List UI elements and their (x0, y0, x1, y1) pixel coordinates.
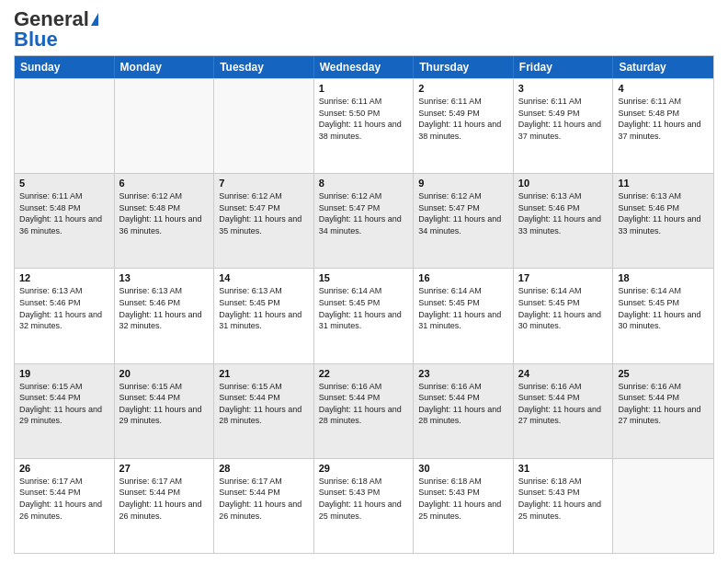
day-number: 26 (19, 463, 109, 474)
calendar-row-2: 12Sunrise: 6:13 AM Sunset: 5:46 PM Dayli… (15, 268, 713, 362)
day-info: Sunrise: 6:13 AM Sunset: 5:46 PM Dayligh… (618, 190, 709, 236)
logo: General Blue (14, 9, 98, 50)
calendar-cell: 29Sunrise: 6:18 AM Sunset: 5:43 PM Dayli… (314, 459, 415, 553)
day-number: 23 (418, 368, 508, 379)
day-info: Sunrise: 6:14 AM Sunset: 5:45 PM Dayligh… (319, 285, 409, 331)
day-info: Sunrise: 6:17 AM Sunset: 5:44 PM Dayligh… (219, 476, 309, 522)
day-info: Sunrise: 6:15 AM Sunset: 5:44 PM Dayligh… (19, 381, 109, 427)
day-number: 4 (618, 83, 709, 94)
day-info: Sunrise: 6:13 AM Sunset: 5:46 PM Dayligh… (518, 190, 609, 236)
calendar-cell: 19Sunrise: 6:15 AM Sunset: 5:44 PM Dayli… (15, 364, 115, 458)
calendar-cell: 10Sunrise: 6:13 AM Sunset: 5:46 PM Dayli… (514, 174, 614, 268)
day-number: 27 (119, 463, 210, 474)
day-number: 15 (319, 272, 409, 283)
calendar-cell: 30Sunrise: 6:18 AM Sunset: 5:43 PM Dayli… (414, 459, 514, 553)
day-number: 24 (518, 368, 609, 379)
day-number: 20 (119, 368, 210, 379)
calendar-cell: 21Sunrise: 6:15 AM Sunset: 5:44 PM Dayli… (214, 364, 314, 458)
calendar-cell (214, 79, 314, 173)
day-number: 29 (319, 463, 409, 474)
header-day-monday: Monday (115, 56, 215, 78)
day-info: Sunrise: 6:12 AM Sunset: 5:47 PM Dayligh… (219, 190, 309, 236)
day-number: 8 (319, 178, 409, 189)
calendar-cell: 2Sunrise: 6:11 AM Sunset: 5:49 PM Daylig… (414, 79, 514, 173)
day-info: Sunrise: 6:17 AM Sunset: 5:44 PM Dayligh… (19, 476, 109, 522)
day-info: Sunrise: 6:16 AM Sunset: 5:44 PM Dayligh… (418, 381, 508, 427)
calendar-cell: 31Sunrise: 6:18 AM Sunset: 5:43 PM Dayli… (514, 459, 614, 553)
day-info: Sunrise: 6:15 AM Sunset: 5:44 PM Dayligh… (219, 381, 309, 427)
day-number: 14 (219, 272, 309, 283)
calendar-cell: 14Sunrise: 6:13 AM Sunset: 5:45 PM Dayli… (214, 269, 314, 362)
day-number: 22 (319, 368, 409, 379)
header-day-wednesday: Wednesday (314, 56, 415, 78)
calendar-cell: 5Sunrise: 6:11 AM Sunset: 5:48 PM Daylig… (15, 174, 115, 268)
calendar-cell: 26Sunrise: 6:17 AM Sunset: 5:44 PM Dayli… (15, 459, 115, 553)
calendar-cell: 27Sunrise: 6:17 AM Sunset: 5:44 PM Dayli… (115, 459, 215, 553)
day-number: 3 (518, 83, 609, 94)
header-day-tuesday: Tuesday (214, 56, 314, 78)
calendar-cell: 4Sunrise: 6:11 AM Sunset: 5:48 PM Daylig… (613, 79, 713, 173)
calendar-cell: 25Sunrise: 6:16 AM Sunset: 5:44 PM Dayli… (613, 364, 713, 458)
calendar-cell: 18Sunrise: 6:14 AM Sunset: 5:45 PM Dayli… (613, 269, 713, 362)
calendar-cell: 8Sunrise: 6:12 AM Sunset: 5:47 PM Daylig… (314, 174, 415, 268)
day-info: Sunrise: 6:15 AM Sunset: 5:44 PM Dayligh… (119, 381, 210, 427)
calendar: SundayMondayTuesdayWednesdayThursdayFrid… (14, 55, 714, 554)
day-number: 5 (19, 178, 109, 189)
day-number: 19 (19, 368, 109, 379)
day-number: 13 (119, 272, 210, 283)
day-info: Sunrise: 6:16 AM Sunset: 5:44 PM Dayligh… (518, 381, 609, 427)
calendar-header: SundayMondayTuesdayWednesdayThursdayFrid… (15, 56, 713, 78)
day-number: 31 (518, 463, 609, 474)
day-number: 2 (418, 83, 508, 94)
calendar-cell: 3Sunrise: 6:11 AM Sunset: 5:49 PM Daylig… (514, 79, 614, 173)
day-info: Sunrise: 6:13 AM Sunset: 5:46 PM Dayligh… (119, 285, 210, 331)
day-info: Sunrise: 6:17 AM Sunset: 5:44 PM Dayligh… (119, 476, 210, 522)
calendar-cell: 12Sunrise: 6:13 AM Sunset: 5:46 PM Dayli… (15, 269, 115, 362)
day-number: 1 (319, 83, 409, 94)
calendar-cell (15, 79, 115, 173)
day-number: 12 (19, 272, 109, 283)
header-day-saturday: Saturday (613, 56, 713, 78)
header: General Blue (14, 9, 714, 50)
calendar-row-4: 26Sunrise: 6:17 AM Sunset: 5:44 PM Dayli… (15, 458, 713, 553)
calendar-body: 1Sunrise: 6:11 AM Sunset: 5:50 PM Daylig… (15, 78, 713, 553)
day-number: 30 (418, 463, 508, 474)
calendar-cell: 1Sunrise: 6:11 AM Sunset: 5:50 PM Daylig… (314, 79, 415, 173)
calendar-cell: 11Sunrise: 6:13 AM Sunset: 5:46 PM Dayli… (613, 174, 713, 268)
logo-general: General (14, 9, 89, 29)
day-number: 21 (219, 368, 309, 379)
day-info: Sunrise: 6:11 AM Sunset: 5:48 PM Dayligh… (618, 96, 709, 142)
day-number: 9 (418, 178, 508, 189)
day-info: Sunrise: 6:18 AM Sunset: 5:43 PM Dayligh… (518, 476, 609, 522)
day-info: Sunrise: 6:13 AM Sunset: 5:45 PM Dayligh… (219, 285, 309, 331)
calendar-row-3: 19Sunrise: 6:15 AM Sunset: 5:44 PM Dayli… (15, 363, 713, 458)
day-info: Sunrise: 6:11 AM Sunset: 5:48 PM Dayligh… (19, 190, 109, 236)
day-info: Sunrise: 6:11 AM Sunset: 5:50 PM Dayligh… (319, 96, 409, 142)
day-number: 28 (219, 463, 309, 474)
day-info: Sunrise: 6:14 AM Sunset: 5:45 PM Dayligh… (518, 285, 609, 331)
calendar-cell: 24Sunrise: 6:16 AM Sunset: 5:44 PM Dayli… (514, 364, 614, 458)
calendar-cell: 13Sunrise: 6:13 AM Sunset: 5:46 PM Dayli… (115, 269, 215, 362)
calendar-cell (613, 459, 713, 553)
day-info: Sunrise: 6:14 AM Sunset: 5:45 PM Dayligh… (418, 285, 508, 331)
day-info: Sunrise: 6:16 AM Sunset: 5:44 PM Dayligh… (618, 381, 709, 427)
day-info: Sunrise: 6:11 AM Sunset: 5:49 PM Dayligh… (518, 96, 609, 142)
day-info: Sunrise: 6:18 AM Sunset: 5:43 PM Dayligh… (319, 476, 409, 522)
header-day-sunday: Sunday (15, 56, 115, 78)
day-info: Sunrise: 6:13 AM Sunset: 5:46 PM Dayligh… (19, 285, 109, 331)
logo-blue: Blue (14, 29, 58, 50)
day-info: Sunrise: 6:12 AM Sunset: 5:47 PM Dayligh… (418, 190, 508, 236)
day-number: 25 (618, 368, 709, 379)
day-info: Sunrise: 6:16 AM Sunset: 5:44 PM Dayligh… (319, 381, 409, 427)
day-info: Sunrise: 6:12 AM Sunset: 5:48 PM Dayligh… (119, 190, 210, 236)
day-info: Sunrise: 6:18 AM Sunset: 5:43 PM Dayligh… (418, 476, 508, 522)
day-info: Sunrise: 6:11 AM Sunset: 5:49 PM Dayligh… (418, 96, 508, 142)
day-number: 18 (618, 272, 709, 283)
calendar-cell: 6Sunrise: 6:12 AM Sunset: 5:48 PM Daylig… (115, 174, 215, 268)
day-number: 10 (518, 178, 609, 189)
calendar-cell: 16Sunrise: 6:14 AM Sunset: 5:45 PM Dayli… (414, 269, 514, 362)
calendar-row-0: 1Sunrise: 6:11 AM Sunset: 5:50 PM Daylig… (15, 78, 713, 173)
calendar-cell: 17Sunrise: 6:14 AM Sunset: 5:45 PM Dayli… (514, 269, 614, 362)
calendar-cell: 28Sunrise: 6:17 AM Sunset: 5:44 PM Dayli… (214, 459, 314, 553)
calendar-cell: 22Sunrise: 6:16 AM Sunset: 5:44 PM Dayli… (314, 364, 415, 458)
